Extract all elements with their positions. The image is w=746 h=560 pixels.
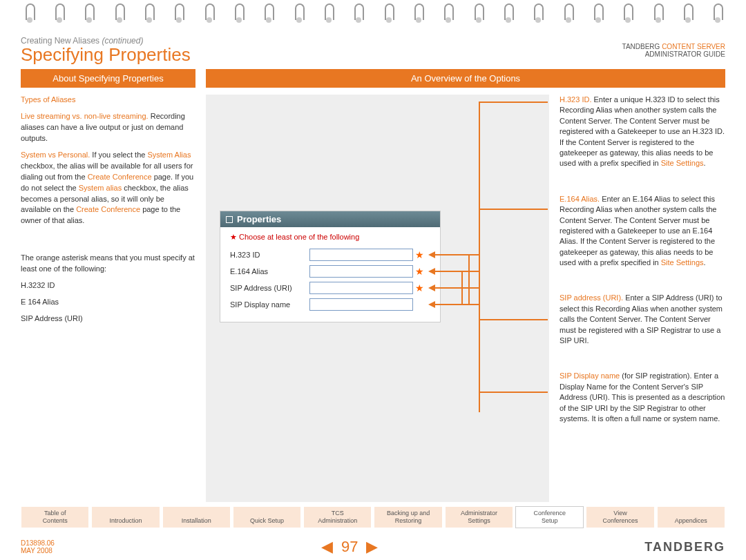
callout-line	[434, 271, 480, 272]
callout-line	[479, 209, 548, 210]
callout-line	[479, 102, 548, 103]
input-sip-uri[interactable]	[309, 282, 413, 294]
label-sip-uri: SIP Address (URI)	[230, 284, 309, 292]
input-e164[interactable]	[309, 265, 413, 278]
callout-line	[479, 319, 548, 320]
req-item-1: H.3232 ID	[21, 280, 195, 291]
doc-meta: D13898.06 MAY 2008	[21, 539, 55, 554]
label-sip-display: SIP Display name	[230, 300, 309, 309]
page-number: 97	[341, 538, 358, 556]
req-item-3: SIP Address (URI)	[21, 313, 195, 325]
nav-backup[interactable]: Backing up andRestoring	[374, 506, 442, 528]
nav-conference-setup[interactable]: ConferenceSetup	[515, 506, 584, 528]
label-e164: E.164 Alias	[230, 267, 309, 276]
system-lead: System vs Personal.	[21, 151, 90, 159]
callout-line	[434, 304, 480, 305]
nav-admin-settings[interactable]: AdministratorSettings	[445, 506, 513, 528]
arrow-icon	[428, 284, 435, 291]
right-column: H.323 ID. Enter a unique H.323 ID to sel…	[560, 95, 725, 502]
input-sip-display[interactable]	[309, 298, 413, 311]
link-site-settings[interactable]: Site Settings	[661, 258, 704, 267]
nav-tcs-admin[interactable]: TCSAdministration	[303, 506, 372, 528]
required-star-icon: ★	[415, 282, 424, 293]
properties-title: Properties	[220, 211, 440, 227]
types-heading: Types of Aliases	[21, 95, 76, 104]
center-column: Properties ★Choose at least one of the f…	[206, 95, 549, 502]
nav-installation[interactable]: Installation	[162, 506, 231, 528]
asterisk-note: The orange asterisk means that you must …	[21, 253, 195, 275]
page-title: Specifying Properties	[21, 44, 725, 66]
section-tabs: About Specifying Properties An Overview …	[0, 69, 746, 88]
tab-overview: An Overview of the Options	[206, 69, 725, 88]
nav-view-conferences[interactable]: ViewConferences	[586, 506, 654, 528]
bottom-nav: Table ofContents Introduction Installati…	[21, 506, 725, 528]
nav-quick-setup[interactable]: Quick Setup	[233, 506, 301, 528]
live-lead: Live streaming vs. non-live streaming.	[21, 112, 149, 120]
desc-sip-display: SIP Display name (for SIP registration).…	[560, 371, 725, 424]
arrow-icon	[428, 251, 435, 258]
arrow-icon	[428, 268, 435, 275]
req-item-2: E 164 Alias	[21, 297, 195, 308]
callout-line	[434, 254, 480, 255]
spiral-binding	[0, 0, 746, 28]
arrow-icon	[428, 301, 435, 308]
required-star-icon: ★	[415, 266, 424, 277]
nav-appendices[interactable]: Appendices	[657, 506, 725, 528]
nav-toc[interactable]: Table ofContents	[21, 506, 89, 528]
callout-line	[461, 271, 463, 304]
doc-brand: TANDBERG CONTENT SERVER ADMINISTRATOR GU…	[622, 43, 725, 58]
brand-logo: TANDBERG	[644, 540, 725, 554]
link-create-conference-1[interactable]: Create Conference	[88, 173, 152, 181]
link-system-alias-2[interactable]: System alias	[79, 184, 122, 192]
tab-about: About Specifying Properties	[21, 69, 195, 88]
properties-panel: Properties ★Choose at least one of the f…	[220, 211, 441, 322]
link-system-alias[interactable]: System Alias	[147, 151, 191, 159]
collapse-icon[interactable]	[226, 216, 233, 223]
page-header: Creating New Aliases (continued) Specify…	[0, 28, 746, 69]
desc-h323: H.323 ID. Enter a unique H.323 ID to sel…	[560, 95, 725, 169]
page-footer: D13898.06 MAY 2008 ◀ 97 ▶ TANDBERG	[21, 538, 725, 556]
required-star-icon: ★	[415, 249, 424, 260]
choose-text: ★Choose at least one of the following	[230, 233, 430, 242]
label-h323: H.323 ID	[230, 251, 309, 259]
pager: ◀ 97 ▶	[321, 538, 378, 556]
input-h323[interactable]	[309, 249, 413, 261]
callout-line	[434, 287, 480, 289]
next-page-icon[interactable]: ▶	[366, 538, 378, 556]
link-create-conference-2[interactable]: Create Conference	[76, 205, 140, 213]
desc-e164: E.164 Alias. Enter an E.164 Alias to sel…	[560, 194, 725, 269]
callout-line	[468, 254, 470, 304]
nav-introduction[interactable]: Introduction	[91, 506, 160, 528]
left-column: Types of Aliases Live streaming vs. non-…	[21, 95, 195, 502]
prev-page-icon[interactable]: ◀	[321, 538, 333, 556]
desc-sip-uri: SIP address (URI). Enter a SIP Address (…	[560, 293, 725, 346]
link-site-settings[interactable]: Site Settings	[661, 159, 704, 167]
callout-line	[479, 392, 548, 393]
callout-line	[479, 102, 480, 412]
